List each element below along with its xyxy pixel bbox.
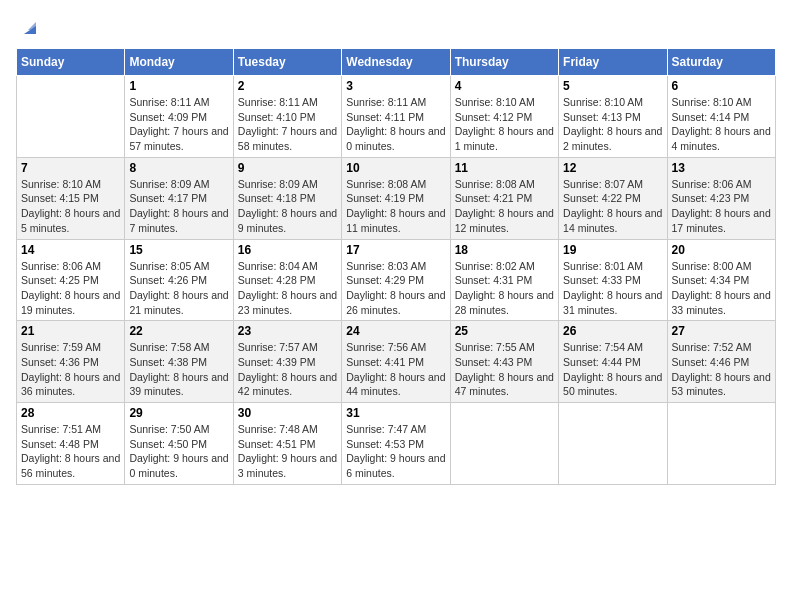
day-number: 8 bbox=[129, 161, 228, 175]
day-number: 29 bbox=[129, 406, 228, 420]
week-row-1: 1Sunrise: 8:11 AMSunset: 4:09 PMDaylight… bbox=[17, 76, 776, 158]
day-info: Sunrise: 8:10 AMSunset: 4:14 PMDaylight:… bbox=[672, 95, 771, 154]
day-number: 4 bbox=[455, 79, 554, 93]
day-number: 12 bbox=[563, 161, 662, 175]
column-header-thursday: Thursday bbox=[450, 49, 558, 76]
day-number: 20 bbox=[672, 243, 771, 257]
week-row-2: 7Sunrise: 8:10 AMSunset: 4:15 PMDaylight… bbox=[17, 157, 776, 239]
calendar-cell: 5Sunrise: 8:10 AMSunset: 4:13 PMDaylight… bbox=[559, 76, 667, 158]
day-info: Sunrise: 8:01 AMSunset: 4:33 PMDaylight:… bbox=[563, 259, 662, 318]
day-number: 2 bbox=[238, 79, 337, 93]
day-info: Sunrise: 8:10 AMSunset: 4:13 PMDaylight:… bbox=[563, 95, 662, 154]
day-number: 30 bbox=[238, 406, 337, 420]
day-info: Sunrise: 8:03 AMSunset: 4:29 PMDaylight:… bbox=[346, 259, 445, 318]
day-info: Sunrise: 7:50 AMSunset: 4:50 PMDaylight:… bbox=[129, 422, 228, 481]
day-info: Sunrise: 7:55 AMSunset: 4:43 PMDaylight:… bbox=[455, 340, 554, 399]
day-number: 25 bbox=[455, 324, 554, 338]
day-number: 11 bbox=[455, 161, 554, 175]
day-info: Sunrise: 7:52 AMSunset: 4:46 PMDaylight:… bbox=[672, 340, 771, 399]
day-info: Sunrise: 8:07 AMSunset: 4:22 PMDaylight:… bbox=[563, 177, 662, 236]
day-info: Sunrise: 7:47 AMSunset: 4:53 PMDaylight:… bbox=[346, 422, 445, 481]
calendar-cell: 16Sunrise: 8:04 AMSunset: 4:28 PMDayligh… bbox=[233, 239, 341, 321]
week-row-4: 21Sunrise: 7:59 AMSunset: 4:36 PMDayligh… bbox=[17, 321, 776, 403]
calendar-cell: 8Sunrise: 8:09 AMSunset: 4:17 PMDaylight… bbox=[125, 157, 233, 239]
calendar-cell: 2Sunrise: 8:11 AMSunset: 4:10 PMDaylight… bbox=[233, 76, 341, 158]
day-info: Sunrise: 8:09 AMSunset: 4:17 PMDaylight:… bbox=[129, 177, 228, 236]
logo-icon bbox=[18, 16, 42, 40]
calendar-cell bbox=[450, 403, 558, 485]
calendar-cell: 1Sunrise: 8:11 AMSunset: 4:09 PMDaylight… bbox=[125, 76, 233, 158]
calendar-cell: 29Sunrise: 7:50 AMSunset: 4:50 PMDayligh… bbox=[125, 403, 233, 485]
day-info: Sunrise: 7:48 AMSunset: 4:51 PMDaylight:… bbox=[238, 422, 337, 481]
calendar-cell: 25Sunrise: 7:55 AMSunset: 4:43 PMDayligh… bbox=[450, 321, 558, 403]
day-info: Sunrise: 8:02 AMSunset: 4:31 PMDaylight:… bbox=[455, 259, 554, 318]
day-number: 5 bbox=[563, 79, 662, 93]
day-number: 26 bbox=[563, 324, 662, 338]
calendar-cell: 23Sunrise: 7:57 AMSunset: 4:39 PMDayligh… bbox=[233, 321, 341, 403]
day-info: Sunrise: 7:57 AMSunset: 4:39 PMDaylight:… bbox=[238, 340, 337, 399]
calendar-cell: 15Sunrise: 8:05 AMSunset: 4:26 PMDayligh… bbox=[125, 239, 233, 321]
calendar-cell: 22Sunrise: 7:58 AMSunset: 4:38 PMDayligh… bbox=[125, 321, 233, 403]
day-number: 3 bbox=[346, 79, 445, 93]
day-info: Sunrise: 7:56 AMSunset: 4:41 PMDaylight:… bbox=[346, 340, 445, 399]
day-number: 13 bbox=[672, 161, 771, 175]
calendar-cell: 30Sunrise: 7:48 AMSunset: 4:51 PMDayligh… bbox=[233, 403, 341, 485]
day-info: Sunrise: 8:10 AMSunset: 4:12 PMDaylight:… bbox=[455, 95, 554, 154]
calendar-cell: 17Sunrise: 8:03 AMSunset: 4:29 PMDayligh… bbox=[342, 239, 450, 321]
day-info: Sunrise: 8:08 AMSunset: 4:21 PMDaylight:… bbox=[455, 177, 554, 236]
day-info: Sunrise: 7:51 AMSunset: 4:48 PMDaylight:… bbox=[21, 422, 120, 481]
day-number: 10 bbox=[346, 161, 445, 175]
day-info: Sunrise: 8:10 AMSunset: 4:15 PMDaylight:… bbox=[21, 177, 120, 236]
column-header-monday: Monday bbox=[125, 49, 233, 76]
calendar-cell: 3Sunrise: 8:11 AMSunset: 4:11 PMDaylight… bbox=[342, 76, 450, 158]
day-number: 16 bbox=[238, 243, 337, 257]
calendar-cell bbox=[559, 403, 667, 485]
calendar-cell: 9Sunrise: 8:09 AMSunset: 4:18 PMDaylight… bbox=[233, 157, 341, 239]
calendar-header-row: SundayMondayTuesdayWednesdayThursdayFrid… bbox=[17, 49, 776, 76]
day-number: 17 bbox=[346, 243, 445, 257]
week-row-3: 14Sunrise: 8:06 AMSunset: 4:25 PMDayligh… bbox=[17, 239, 776, 321]
day-number: 27 bbox=[672, 324, 771, 338]
day-number: 22 bbox=[129, 324, 228, 338]
calendar-cell: 28Sunrise: 7:51 AMSunset: 4:48 PMDayligh… bbox=[17, 403, 125, 485]
column-header-friday: Friday bbox=[559, 49, 667, 76]
day-number: 1 bbox=[129, 79, 228, 93]
calendar-table: SundayMondayTuesdayWednesdayThursdayFrid… bbox=[16, 48, 776, 485]
day-number: 9 bbox=[238, 161, 337, 175]
day-number: 15 bbox=[129, 243, 228, 257]
calendar-cell bbox=[667, 403, 775, 485]
day-number: 6 bbox=[672, 79, 771, 93]
day-number: 7 bbox=[21, 161, 120, 175]
day-number: 21 bbox=[21, 324, 120, 338]
day-info: Sunrise: 7:54 AMSunset: 4:44 PMDaylight:… bbox=[563, 340, 662, 399]
calendar-cell: 21Sunrise: 7:59 AMSunset: 4:36 PMDayligh… bbox=[17, 321, 125, 403]
calendar-cell: 14Sunrise: 8:06 AMSunset: 4:25 PMDayligh… bbox=[17, 239, 125, 321]
calendar-cell: 27Sunrise: 7:52 AMSunset: 4:46 PMDayligh… bbox=[667, 321, 775, 403]
day-info: Sunrise: 7:59 AMSunset: 4:36 PMDaylight:… bbox=[21, 340, 120, 399]
calendar-cell: 11Sunrise: 8:08 AMSunset: 4:21 PMDayligh… bbox=[450, 157, 558, 239]
day-number: 19 bbox=[563, 243, 662, 257]
column-header-wednesday: Wednesday bbox=[342, 49, 450, 76]
week-row-5: 28Sunrise: 7:51 AMSunset: 4:48 PMDayligh… bbox=[17, 403, 776, 485]
column-header-tuesday: Tuesday bbox=[233, 49, 341, 76]
day-info: Sunrise: 8:04 AMSunset: 4:28 PMDaylight:… bbox=[238, 259, 337, 318]
day-info: Sunrise: 8:11 AMSunset: 4:09 PMDaylight:… bbox=[129, 95, 228, 154]
calendar-cell: 20Sunrise: 8:00 AMSunset: 4:34 PMDayligh… bbox=[667, 239, 775, 321]
column-header-sunday: Sunday bbox=[17, 49, 125, 76]
day-number: 14 bbox=[21, 243, 120, 257]
day-info: Sunrise: 7:58 AMSunset: 4:38 PMDaylight:… bbox=[129, 340, 228, 399]
day-number: 23 bbox=[238, 324, 337, 338]
day-info: Sunrise: 8:11 AMSunset: 4:11 PMDaylight:… bbox=[346, 95, 445, 154]
day-info: Sunrise: 8:06 AMSunset: 4:25 PMDaylight:… bbox=[21, 259, 120, 318]
day-info: Sunrise: 8:09 AMSunset: 4:18 PMDaylight:… bbox=[238, 177, 337, 236]
calendar-cell: 12Sunrise: 8:07 AMSunset: 4:22 PMDayligh… bbox=[559, 157, 667, 239]
day-number: 18 bbox=[455, 243, 554, 257]
calendar-cell: 4Sunrise: 8:10 AMSunset: 4:12 PMDaylight… bbox=[450, 76, 558, 158]
header bbox=[16, 16, 776, 40]
svg-marker-1 bbox=[28, 22, 36, 30]
day-info: Sunrise: 8:11 AMSunset: 4:10 PMDaylight:… bbox=[238, 95, 337, 154]
day-info: Sunrise: 8:05 AMSunset: 4:26 PMDaylight:… bbox=[129, 259, 228, 318]
calendar-cell: 24Sunrise: 7:56 AMSunset: 4:41 PMDayligh… bbox=[342, 321, 450, 403]
calendar-cell: 18Sunrise: 8:02 AMSunset: 4:31 PMDayligh… bbox=[450, 239, 558, 321]
day-info: Sunrise: 8:08 AMSunset: 4:19 PMDaylight:… bbox=[346, 177, 445, 236]
